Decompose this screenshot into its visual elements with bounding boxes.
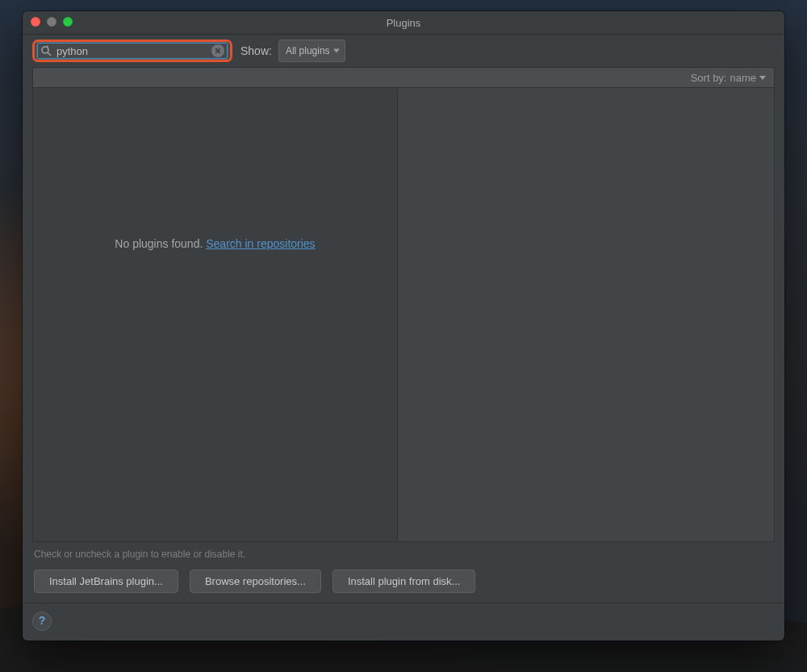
show-filter-value: All plugins: [286, 45, 330, 56]
help-button[interactable]: ?: [32, 611, 52, 631]
sort-by-button[interactable]: Sort by: name: [691, 72, 766, 84]
show-label: Show:: [240, 44, 272, 57]
hint-text: Check or uncheck a plugin to enable or d…: [23, 542, 784, 563]
svg-point-0: [42, 47, 48, 53]
empty-text: No plugins found.: [115, 237, 203, 250]
sort-value: name: [730, 72, 756, 84]
button-row: Install JetBrains plugin... Browse repos…: [23, 563, 784, 603]
titlebar: Plugins: [23, 11, 784, 35]
plugins-list-pane: No plugins found. Search in repositories: [33, 88, 398, 541]
plugins-dialog: Plugins: [23, 11, 784, 641]
search-field-wrapper: [36, 42, 228, 60]
svg-line-1: [48, 52, 51, 56]
dialog-footer: ?: [23, 603, 784, 641]
plugin-details-pane: [398, 88, 774, 541]
search-icon: [40, 45, 53, 56]
install-from-disk-button[interactable]: Install plugin from disk...: [332, 570, 475, 593]
split-panes: No plugins found. Search in repositories: [32, 87, 775, 542]
browse-repositories-button[interactable]: Browse repositories...: [190, 570, 321, 593]
clear-search-button[interactable]: [211, 44, 224, 57]
chevron-down-icon: [759, 76, 766, 80]
window-title: Plugins: [387, 17, 421, 29]
minimize-window-button[interactable]: [47, 17, 56, 27]
sort-prefix: Sort by:: [691, 72, 727, 84]
empty-state: No plugins found. Search in repositories: [115, 237, 315, 250]
search-highlight: [32, 40, 232, 62]
close-window-button[interactable]: [31, 17, 40, 27]
show-filter-select[interactable]: All plugins: [278, 40, 345, 62]
window-controls: [31, 17, 73, 27]
content-area: Sort by: name No plugins found. Search i…: [23, 67, 784, 542]
install-jetbrains-plugin-button[interactable]: Install JetBrains plugin...: [34, 570, 178, 593]
search-repositories-link[interactable]: Search in repositories: [206, 237, 315, 250]
filter-row: Show: All plugins: [23, 35, 784, 67]
zoom-window-button[interactable]: [63, 17, 73, 27]
sort-header: Sort by: name: [32, 67, 775, 87]
search-input[interactable]: [53, 45, 211, 57]
